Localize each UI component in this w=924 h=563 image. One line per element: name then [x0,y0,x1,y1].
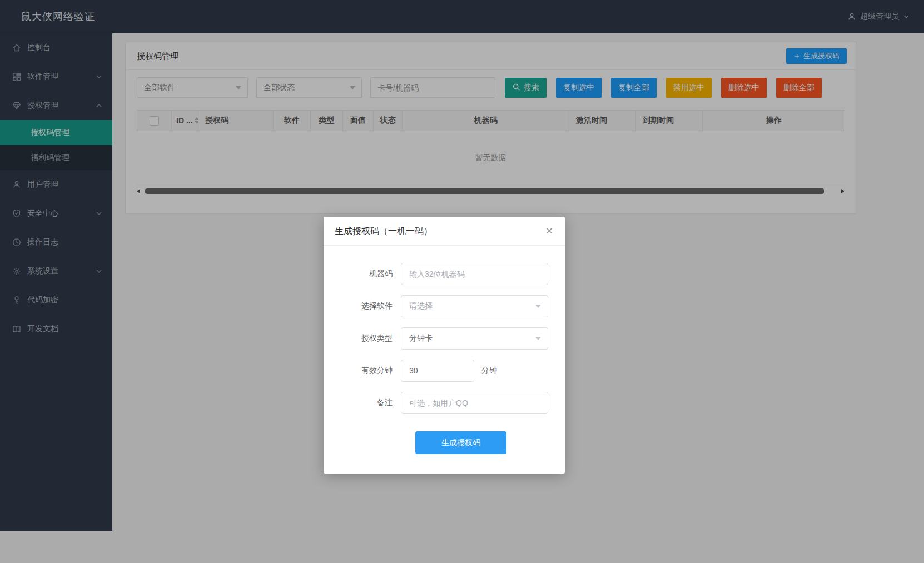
valid-minutes-row: 有效分钟 分钟 [324,360,565,382]
chevron-down-icon [535,337,541,340]
software-select-label: 选择软件 [324,301,401,311]
valid-minutes-input[interactable] [401,360,474,382]
auth-type-row: 授权类型 分钟卡 [324,327,565,350]
software-select-placeholder: 请选择 [409,301,433,311]
close-icon[interactable]: ✕ [543,225,556,238]
app-root: 鼠大侠网络验证 超级管理员 控制台 软件管理 授权管理 [0,0,924,563]
modal-form: 机器码 选择软件 请选择 授权类型 分钟卡 有效分钟 分钟 [324,246,565,414]
valid-minutes-suffix: 分钟 [481,366,497,376]
valid-minutes-label: 有效分钟 [324,366,401,376]
machine-code-row: 机器码 [324,263,565,285]
software-select-row: 选择软件 请选择 [324,295,565,317]
machine-code-label: 机器码 [324,269,401,279]
chevron-down-icon [535,305,541,308]
auth-type-label: 授权类型 [324,333,401,343]
machine-code-input[interactable] [401,263,548,285]
auth-type-select[interactable]: 分钟卡 [401,327,548,350]
modal-header: 生成授权码（一机一码） ✕ [324,217,565,246]
software-select[interactable]: 请选择 [401,295,548,317]
auth-type-value: 分钟卡 [409,333,433,343]
remark-row: 备注 [324,392,565,414]
remark-input[interactable] [401,392,548,414]
modal-title: 生成授权码（一机一码） [335,217,433,246]
remark-label: 备注 [324,398,401,408]
generate-submit-button[interactable]: 生成授权码 [415,431,506,454]
generate-auth-code-modal: 生成授权码（一机一码） ✕ 机器码 选择软件 请选择 授权类型 分钟卡 [324,217,565,474]
